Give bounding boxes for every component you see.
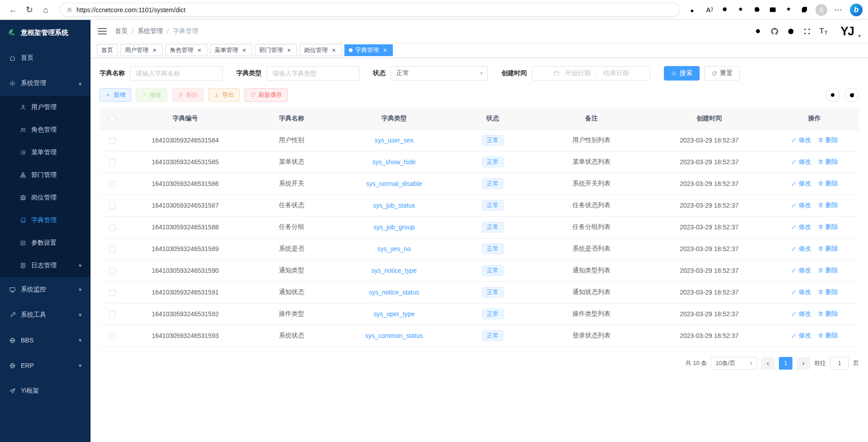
tab-home[interactable]: 首页	[97, 44, 118, 56]
github-icon[interactable]	[766, 22, 782, 40]
address-bar[interactable]: https://ccnetcore.com:1101/system/dict	[60, 3, 680, 17]
sidebar-item-role[interactable]: 角色管理	[0, 119, 91, 141]
bing-icon[interactable]: b	[850, 4, 863, 16]
dict-type-link[interactable]: sys_normal_disable	[366, 180, 422, 187]
row-checkbox[interactable]	[109, 181, 115, 187]
row-edit-button[interactable]: 修改	[791, 180, 811, 188]
dict-type-link[interactable]: sys_notice_type	[371, 267, 416, 274]
row-edit-button[interactable]: 修改	[791, 266, 811, 275]
dict-type-link[interactable]: sys_job_status	[373, 202, 415, 209]
extensions-icon[interactable]	[750, 2, 764, 18]
row-edit-button[interactable]: 修改	[791, 245, 811, 253]
row-edit-button[interactable]: 修改	[791, 223, 811, 231]
status-select[interactable]: 正常 ▾	[391, 66, 488, 81]
show-search-toggle-icon[interactable]	[825, 88, 840, 102]
row-edit-button[interactable]: 修改	[791, 201, 811, 209]
close-tab-icon[interactable]: ×	[382, 47, 388, 53]
close-tab-icon[interactable]: ×	[286, 47, 292, 53]
next-page-button[interactable]: ›	[796, 357, 810, 370]
user-avatar[interactable]: YJ	[837, 22, 857, 41]
row-delete-button[interactable]: 删除	[818, 310, 838, 318]
help-icon[interactable]	[782, 22, 799, 40]
close-tab-icon[interactable]: ×	[241, 47, 248, 53]
breadcrumb-item[interactable]: 系统管理	[138, 27, 163, 35]
sidebar-item-bbs[interactable]: BBS▾	[0, 328, 91, 353]
export-button[interactable]: 导出	[208, 88, 240, 102]
row-checkbox[interactable]	[109, 224, 115, 231]
row-delete-button[interactable]: 删除	[818, 288, 838, 296]
row-delete-button[interactable]: 删除	[818, 245, 838, 253]
close-tab-icon[interactable]: ×	[196, 47, 203, 53]
date-range-picker[interactable]: 开始日期 - 结束日期	[532, 66, 650, 81]
sidebar-item-dept[interactable]: 部门管理	[0, 164, 91, 186]
zoom-icon[interactable]	[718, 2, 732, 18]
sidebar-item-log[interactable]: 日志管理▾	[0, 254, 91, 277]
sidebar-item-home[interactable]: 首页	[0, 45, 91, 71]
row-edit-button[interactable]: 修改	[791, 332, 811, 340]
tab-post[interactable]: 岗位管理×	[300, 44, 342, 56]
row-checkbox[interactable]	[109, 159, 115, 166]
dict-type-link[interactable]: sys_job_group	[373, 223, 415, 231]
row-checkbox[interactable]	[109, 203, 115, 209]
select-all-checkbox[interactable]	[109, 116, 115, 122]
row-delete-button[interactable]: 删除	[818, 180, 838, 188]
split-screen-icon[interactable]	[766, 2, 780, 18]
add-button[interactable]: 新增	[100, 88, 131, 102]
header-search-icon[interactable]	[750, 22, 766, 40]
dict-name-input[interactable]	[130, 66, 223, 81]
sidebar-item-yi[interactable]: Yi框架	[0, 378, 91, 404]
dict-type-link[interactable]: sys_show_hide	[372, 158, 416, 166]
sidebar-item-dict[interactable]: 字典管理	[0, 209, 91, 232]
tab-menu[interactable]: 菜单管理×	[210, 44, 252, 56]
goto-page-input[interactable]	[830, 357, 849, 370]
row-delete-button[interactable]: 删除	[818, 201, 838, 209]
favorites-icon[interactable]	[782, 2, 796, 18]
row-delete-button[interactable]: 删除	[818, 158, 838, 166]
dict-type-link[interactable]: sys_yes_no	[377, 245, 411, 252]
row-delete-button[interactable]: 删除	[818, 223, 838, 231]
avatar-caret-icon[interactable]: ▾	[858, 33, 861, 39]
tab-dept[interactable]: 部门管理×	[255, 44, 297, 56]
sidebar-item-user[interactable]: 用户管理	[0, 96, 91, 119]
row-checkbox[interactable]	[109, 246, 115, 252]
sidebar-item-menu[interactable]: 菜单管理	[0, 141, 91, 164]
row-checkbox[interactable]	[109, 268, 115, 274]
row-edit-button[interactable]: 修改	[791, 136, 811, 144]
breadcrumb-item[interactable]: 首页	[115, 27, 128, 35]
home-icon[interactable]: ⌂	[38, 2, 53, 18]
read-aloud-icon[interactable]: A)	[702, 2, 716, 18]
search-button[interactable]: 搜索	[664, 66, 700, 81]
edit-button[interactable]: 修改	[136, 88, 167, 102]
prev-page-button[interactable]: ‹	[761, 357, 775, 370]
dict-type-link[interactable]: sys_common_status	[365, 332, 423, 339]
password-key-icon[interactable]	[687, 2, 701, 18]
reset-button[interactable]: 重置	[704, 66, 740, 81]
hamburger-icon[interactable]	[98, 28, 107, 34]
back-icon[interactable]: ←	[5, 2, 21, 18]
row-checkbox[interactable]	[109, 311, 115, 318]
dict-type-link[interactable]: sys_oper_type	[373, 310, 415, 318]
row-checkbox[interactable]	[109, 290, 115, 296]
sidebar-item-erp[interactable]: ERP▾	[0, 353, 91, 378]
dict-type-link[interactable]: sys_user_sex	[375, 137, 414, 144]
sidebar-item-config[interactable]: 参数设置	[0, 232, 91, 254]
app-logo[interactable]: 意框架管理系统	[0, 20, 91, 45]
sidebar-item-post[interactable]: 岗位管理	[0, 186, 91, 209]
row-delete-button[interactable]: 删除	[818, 266, 838, 275]
row-edit-button[interactable]: 修改	[791, 158, 811, 166]
collections-icon[interactable]	[797, 2, 811, 18]
row-delete-button[interactable]: 删除	[818, 332, 838, 340]
row-edit-button[interactable]: 修改	[791, 310, 811, 318]
row-checkbox[interactable]	[109, 138, 115, 144]
row-delete-button[interactable]: 删除	[818, 136, 838, 144]
font-size-icon[interactable]: TT	[815, 22, 831, 40]
dict-type-input[interactable]	[267, 66, 359, 81]
more-icon[interactable]: ⋯	[831, 2, 845, 18]
row-checkbox[interactable]	[109, 333, 115, 339]
tab-user[interactable]: 用户管理×	[120, 44, 162, 56]
page-size-select[interactable]: 10条/页 ▾	[711, 357, 757, 370]
tab-dict[interactable]: 字典管理×	[344, 44, 393, 56]
sidebar-item-system[interactable]: 系统管理▴	[0, 71, 91, 96]
refresh-table-icon[interactable]	[844, 88, 859, 102]
row-edit-button[interactable]: 修改	[791, 288, 811, 296]
